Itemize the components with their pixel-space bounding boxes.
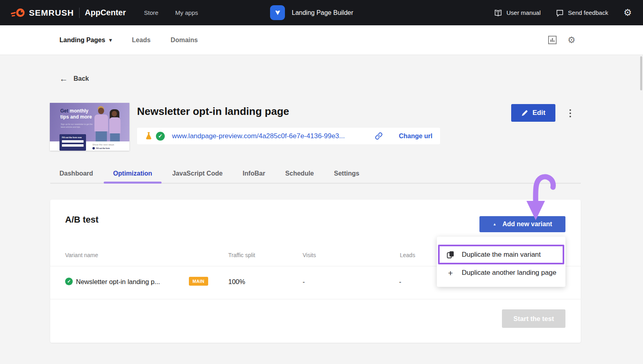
visits-value: - [303,278,305,286]
chevron-down-icon: ▾ [109,37,112,43]
nav-item-domains[interactable]: Domains [171,37,198,44]
topnav-store[interactable]: Store [144,9,158,16]
thumbnail-subtext: Sign up for our newsletter to get the la… [61,123,92,129]
app-navbar-items: Landing Pages ▾ Leads Domains [59,25,198,55]
thumbnail-step-label: Fill out the form [96,147,110,149]
plus-icon: + [446,269,455,277]
menu-item-label: Duplicate the main variant [462,251,541,259]
send-feedback-link[interactable]: Send feedback [556,9,608,17]
tab-settings[interactable]: Settings [334,169,359,183]
col-header-variant-name: Variant name [65,252,98,258]
app-navbar-icons: ⚙ [548,25,575,55]
leads-value: - [399,278,401,286]
thumbnail-heading-line2: tips and more [60,114,92,120]
menu-item-duplicate-main-variant[interactable]: Duplicate the main variant [437,246,565,264]
topbar-settings-gear-icon[interactable]: ⚙ [623,8,632,17]
current-app-name: Landing Page Builder [292,9,353,16]
brand-wordmark: SEMRUSH [29,8,74,18]
tab-infobar[interactable]: InfoBar [243,169,265,183]
variant-published-check-icon: ✓ [65,278,73,285]
col-header-visits: Visits [303,252,316,258]
topbar: SEMRUSH AppCenter Store My apps Landing … [0,0,643,25]
topnav-my-apps[interactable]: My apps [175,9,198,16]
feedback-bubble-icon [556,9,564,17]
variant-name: Newsletter opt-in landing p... [76,278,160,286]
duplicate-icon [446,251,455,259]
caret-up-icon: ▲ [493,223,496,226]
app-navbar: Landing Pages ▾ Leads Domains ⚙ [0,25,643,55]
appcenter-wordmark: AppCenter [85,8,126,17]
kebab-dot [569,116,571,117]
col-header-traffic-split: Traffic split [228,252,255,258]
page-tabs: Dashboard Optimization JavaScript Code I… [50,169,581,184]
thumbnail-form-card: Fill out the form now [59,134,86,151]
traffic-split-value: 100% [228,278,245,286]
add-new-variant-label: Add new variant [502,221,552,228]
kebab-dot [569,109,571,111]
thumbnail-person-1 [93,106,109,141]
thumbnail-step-dot [92,147,95,149]
semrush-flame-icon [10,7,26,18]
thumbnail-step-item: Fill out the form [92,147,110,149]
tab-dashboard[interactable]: Dashboard [59,169,93,183]
topbar-right: User manual Send feedback ⚙ [494,0,632,25]
topbar-nav: Store My apps [144,9,198,16]
more-options-kebab-button[interactable] [567,107,574,119]
kebab-dot [569,112,571,114]
page-title: Newsletter opt-in landing page [137,105,289,118]
brand-divider [79,8,80,18]
analytics-chart-icon[interactable] [548,35,557,45]
thumbnail-steps-title: Show the next steps [92,143,114,146]
start-the-test-button[interactable]: Start the test [502,309,565,328]
col-header-leads: Leads [400,252,415,258]
thumbnail-form-input [62,140,84,143]
pencil-icon [521,110,528,117]
table-row-divider [50,299,581,299]
thumbnail-heading-accent: Get [60,108,68,114]
landing-page-thumbnail: Get monthly tips and more Sign up for ou… [50,103,129,151]
nav-item-landing-pages-label: Landing Pages [59,37,105,44]
nav-item-landing-pages[interactable]: Landing Pages ▾ [59,37,112,44]
thumbnail-heading: Get monthly tips and more [60,108,92,120]
thumbnail-form-title: Fill out the form now [62,136,84,139]
landing-page-builder-screen: SEMRUSH AppCenter Store My apps Landing … [0,0,643,364]
landing-page-builder-app-icon [270,5,285,20]
ab-test-flask-icon [145,132,153,141]
edit-button-label: Edit [532,109,545,117]
tab-javascript-code[interactable]: JavaScript Code [172,169,222,183]
preview-url-link[interactable]: www.landpage-preview.com/4a285c0f-6e7e-4… [172,132,374,140]
copy-link-icon[interactable] [374,131,383,141]
send-feedback-label: Send feedback [568,9,608,16]
book-icon [494,9,502,16]
tab-optimization[interactable]: Optimization [113,169,152,183]
thumbnail-form-input [62,144,84,147]
user-manual-link[interactable]: User manual [494,9,541,16]
url-status-check-icon: ✓ [156,132,165,141]
back-arrow-icon: ← [59,74,68,83]
edit-button[interactable]: Edit [511,104,555,122]
back-label: Back [74,75,89,82]
add-new-variant-button[interactable]: ▲ Add new variant [479,216,565,232]
user-manual-label: User manual [506,9,541,16]
tab-schedule[interactable]: Schedule [285,169,314,183]
nav-item-leads[interactable]: Leads [132,37,150,44]
main-variant-badge: MAIN [189,277,208,286]
change-url-button[interactable]: Change url [399,133,432,140]
back-button[interactable]: ← Back [59,74,89,83]
app-settings-gear-icon[interactable]: ⚙ [567,36,575,45]
scrollbar[interactable] [640,56,642,90]
menu-item-label: Duplicate another landing page [462,269,556,277]
add-variant-dropdown-menu: Duplicate the main variant + Duplicate a… [437,237,565,287]
current-app-chip: Landing Page Builder [270,5,353,20]
thumbnail-person-2 [109,109,122,141]
semrush-logo[interactable]: SEMRUSH AppCenter [10,7,126,18]
menu-item-duplicate-another-landing-page[interactable]: + Duplicate another landing page [437,264,565,282]
ab-test-title: A/B test [65,215,98,225]
thumbnail-heading-rest: monthly [70,108,88,114]
url-bar: ✓ www.landpage-preview.com/4a285c0f-6e7e… [137,128,440,144]
